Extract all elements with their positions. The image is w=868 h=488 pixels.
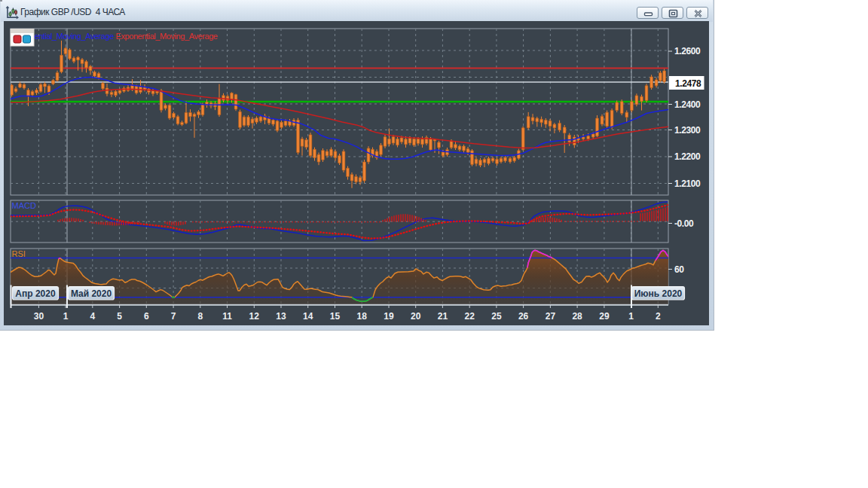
svg-text:2: 2	[656, 311, 661, 322]
svg-text:Июнь 2020: Июнь 2020	[634, 288, 683, 299]
svg-text:-0.00: -0.00	[674, 218, 694, 229]
svg-text:Май 2020: Май 2020	[71, 288, 112, 299]
svg-text:1.2400: 1.2400	[674, 99, 701, 110]
svg-text:ential_Moving_Average: ential_Moving_Average	[35, 32, 115, 41]
svg-text:20: 20	[411, 311, 421, 322]
svg-text:4: 4	[90, 311, 95, 322]
svg-text:6: 6	[144, 311, 149, 322]
svg-text:1.2200: 1.2200	[674, 151, 701, 162]
svg-text:1: 1	[63, 311, 69, 322]
svg-text:7: 7	[171, 311, 176, 322]
svg-text:19: 19	[384, 311, 394, 322]
svg-text:25: 25	[491, 311, 502, 322]
svg-text:Exponential_Moving_Average: Exponential_Moving_Average	[116, 32, 218, 41]
svg-text:MACD: MACD	[12, 201, 36, 210]
svg-text:21: 21	[438, 311, 448, 322]
svg-text:1: 1	[628, 311, 634, 322]
svg-text:Апр 2020: Апр 2020	[15, 288, 56, 299]
svg-text:28: 28	[572, 311, 582, 322]
svg-text:60: 60	[674, 264, 684, 275]
svg-text:14: 14	[303, 311, 313, 322]
svg-text:27: 27	[546, 311, 556, 322]
svg-text:13: 13	[276, 311, 286, 322]
svg-text:8: 8	[197, 311, 203, 322]
svg-text:30: 30	[34, 311, 44, 322]
svg-text:12: 12	[249, 311, 260, 322]
svg-text:11: 11	[222, 311, 232, 322]
svg-text:1.2600: 1.2600	[674, 46, 701, 56]
svg-text:1.2300: 1.2300	[674, 125, 701, 136]
svg-text:1.2478: 1.2478	[675, 78, 701, 89]
svg-text:29: 29	[599, 311, 610, 322]
svg-text:RSI: RSI	[12, 249, 26, 258]
svg-text:18: 18	[357, 311, 368, 322]
svg-text:1.2100: 1.2100	[674, 178, 701, 189]
svg-text:15: 15	[330, 311, 341, 322]
svg-text:22: 22	[465, 311, 475, 322]
svg-text:26: 26	[518, 311, 529, 322]
svg-text:5: 5	[117, 311, 122, 322]
